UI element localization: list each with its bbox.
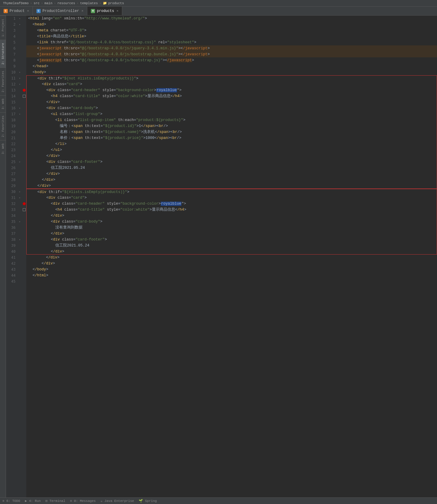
- bottom-todo[interactable]: ≡ 6: TODO: [2, 499, 20, 503]
- bottom-java-enterprise[interactable]: ☕ Java Enterprise: [100, 499, 134, 503]
- breakpoint-cell[interactable]: [22, 266, 26, 272]
- fold-indicator[interactable]: ▾: [17, 219, 22, 225]
- fold-indicator[interactable]: ▾: [17, 195, 22, 201]
- code-col[interactable]: <html lang="en" xmlns:th="http://www.thy…: [26, 16, 437, 504]
- fold-indicator[interactable]: ▾: [17, 237, 22, 243]
- breakpoint-cell[interactable]: [22, 249, 26, 255]
- breakpoint-cell[interactable]: [22, 111, 26, 117]
- code-line[interactable]: <h4 class="card-title" style="color:whit…: [26, 207, 437, 213]
- breakpoint-cell[interactable]: [22, 225, 26, 231]
- breakpoint-cell[interactable]: [22, 81, 26, 87]
- code-line[interactable]: </html>: [26, 272, 437, 278]
- code-line[interactable]: <body>: [26, 69, 437, 75]
- sidebar-item-favorites[interactable]: 2: Favorites: [0, 68, 6, 95]
- breakpoint-cell[interactable]: [22, 255, 26, 261]
- fold-indicator[interactable]: ▾: [17, 105, 22, 111]
- breakpoint-cell[interactable]: [22, 93, 26, 99]
- tab-product-close[interactable]: ×: [27, 9, 29, 13]
- breakpoint-cell[interactable]: [22, 27, 26, 33]
- code-line[interactable]: <title>商品信息</title>: [26, 33, 437, 39]
- code-line[interactable]: 没有查询到数据: [26, 225, 437, 231]
- breakpoint-cell[interactable]: [22, 219, 26, 225]
- breakpoint-cell[interactable]: [22, 117, 26, 123]
- breakpoint-cell[interactable]: [22, 261, 26, 266]
- code-line[interactable]: <div th:if="${not #lists.isEmpty(product…: [26, 75, 437, 81]
- code-line[interactable]: <javascript th:src="@{/bootstrap-4.0.0/j…: [26, 51, 437, 57]
- fold-indicator[interactable]: ▾: [17, 111, 22, 117]
- code-line[interactable]: </div>: [26, 153, 437, 159]
- sidebar-item-project[interactable]: 1: Project: [0, 16, 6, 40]
- code-line[interactable]: <meta charset="UTF-8">: [26, 27, 437, 33]
- breakpoint-cell[interactable]: [22, 51, 26, 57]
- breakpoint-cell[interactable]: [22, 213, 26, 219]
- fold-indicator[interactable]: ▾: [17, 75, 22, 81]
- fold-indicator[interactable]: ▾: [17, 69, 22, 75]
- breakpoint-cell[interactable]: [22, 129, 26, 135]
- code-line[interactable]: <h4 class="card-title" style="color:whit…: [26, 93, 437, 99]
- breakpoint-cell[interactable]: [22, 39, 26, 45]
- code-line[interactable]: <head>: [26, 22, 437, 27]
- breakpoint-cell[interactable]: [22, 135, 26, 141]
- code-line[interactable]: <li class="list-group-item" th:each="pro…: [26, 117, 437, 123]
- breakpoint-cell[interactable]: [22, 201, 26, 207]
- code-line[interactable]: </li>: [26, 141, 437, 147]
- breakpoint-cell[interactable]: [22, 63, 26, 69]
- code-line[interactable]: [26, 278, 437, 284]
- code-line[interactable]: <div class="card-header" style="backgrou…: [26, 87, 437, 93]
- breakpoint-cell[interactable]: [22, 171, 26, 177]
- code-line[interactable]: <div class="card-body">: [26, 105, 437, 111]
- breakpoint-cell[interactable]: [22, 272, 26, 278]
- breakpoint-cell[interactable]: [22, 153, 26, 159]
- code-line[interactable]: 名称：<span th:text="${product.name}">洗衣机</…: [26, 129, 437, 135]
- code-line[interactable]: </div>: [26, 249, 437, 255]
- breakpoint-cell[interactable]: [22, 141, 26, 147]
- code-line[interactable]: <javascript th:src="@{/bootstrap-4.0.0/j…: [26, 57, 437, 63]
- bottom-run[interactable]: ▶ 4: Run: [25, 499, 41, 503]
- code-line[interactable]: <html lang="en" xmlns:th="http://www.thy…: [26, 16, 437, 22]
- code-line[interactable]: <div class="card-body">: [26, 219, 437, 225]
- fold-indicator[interactable]: ▾: [17, 22, 22, 27]
- breakpoint-cell[interactable]: [22, 183, 26, 189]
- sidebar-item-favorites2[interactable]: 2: Favorites: [0, 112, 6, 140]
- bottom-spring[interactable]: 🌱 Spring: [139, 499, 157, 503]
- breakpoint-cell[interactable]: [22, 165, 26, 171]
- code-line[interactable]: <link th:href="@{/bootstrap-4.0.0/css/bo…: [26, 39, 437, 45]
- breakpoint-cell[interactable]: [22, 16, 26, 22]
- code-line[interactable]: </head>: [26, 63, 437, 69]
- breakpoint-cell[interactable]: [22, 87, 26, 93]
- code-line[interactable]: <ul class="list-group">: [26, 111, 437, 117]
- code-line[interactable]: <javascript th:src="@{/bootstrap-4.0.0/j…: [26, 45, 437, 51]
- breakpoint-cell[interactable]: [22, 243, 26, 249]
- tab-products-close[interactable]: ×: [117, 9, 119, 13]
- code-line[interactable]: </div>: [26, 231, 437, 237]
- sidebar-item-web[interactable]: 3: Web: [0, 95, 6, 112]
- code-line[interactable]: <div class="card">: [26, 81, 437, 87]
- breakpoint-cell[interactable]: [22, 33, 26, 39]
- bottom-messages[interactable]: ≡ 0: Messages: [70, 499, 96, 503]
- breakpoint-cell[interactable]: [22, 105, 26, 111]
- breakpoint-cell[interactable]: [22, 195, 26, 201]
- breakpoint-cell[interactable]: [22, 177, 26, 183]
- breakpoint-cell[interactable]: [22, 69, 26, 75]
- code-line[interactable]: </body>: [26, 266, 437, 272]
- code-line[interactable]: </div>: [26, 261, 437, 266]
- breakpoint-cell[interactable]: [22, 45, 26, 51]
- tab-productcontroller[interactable]: C ProductController ×: [33, 7, 87, 15]
- breakpoint-cell[interactable]: [22, 99, 26, 105]
- breakpoint-cell[interactable]: [22, 123, 26, 129]
- breakpoint-cell[interactable]: [22, 237, 26, 243]
- tab-productcontroller-close[interactable]: ×: [81, 9, 83, 13]
- fold-indicator[interactable]: ▾: [17, 159, 22, 165]
- tab-product[interactable]: C Product ×: [0, 7, 33, 15]
- code-line[interactable]: 信工院2021.05.24: [26, 165, 437, 171]
- bottom-terminal[interactable]: ⊟ Terminal: [45, 499, 65, 503]
- fold-indicator[interactable]: ▾: [17, 81, 22, 87]
- breakpoint-cell[interactable]: [22, 57, 26, 63]
- code-line[interactable]: </div>: [26, 183, 437, 189]
- breakpoint-cell[interactable]: [22, 231, 26, 237]
- breakpoint-cell[interactable]: [22, 207, 26, 213]
- breakpoint-cell[interactable]: [22, 159, 26, 165]
- code-line[interactable]: <div class="card">: [26, 195, 437, 201]
- sidebar-item-web2[interactable]: 3: Web: [0, 140, 6, 157]
- code-line[interactable]: </div>: [26, 177, 437, 183]
